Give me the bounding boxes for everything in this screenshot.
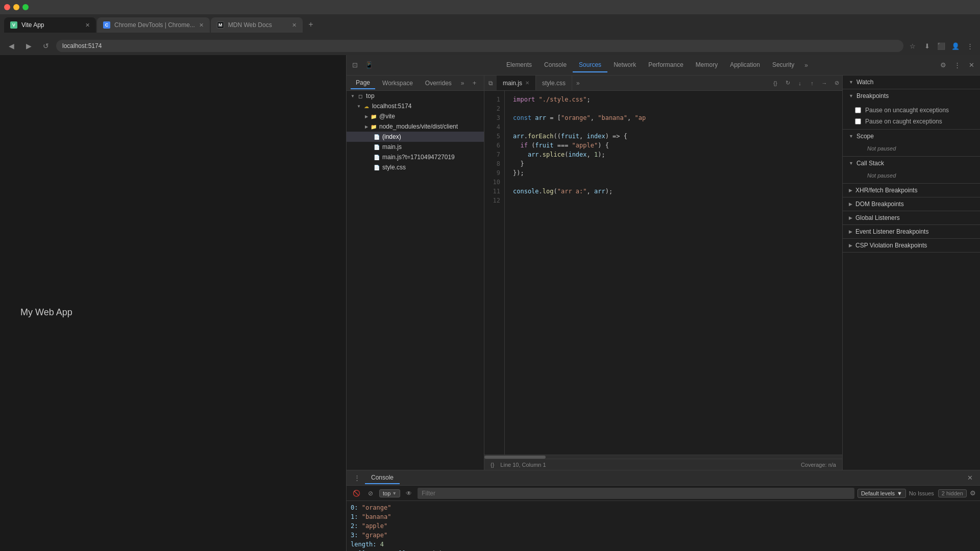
- tab-console[interactable]: Console: [538, 58, 573, 72]
- tree-item-top[interactable]: ◻ top: [347, 91, 484, 101]
- tab-close-mdn[interactable]: ✕: [292, 22, 297, 29]
- code-tab-style-css[interactable]: style.css: [536, 76, 572, 91]
- debugger-call-stack-header[interactable]: Call Stack: [843, 157, 980, 170]
- console-clear-icon[interactable]: 🚫: [351, 488, 362, 499]
- devtools-more-tabs[interactable]: »: [800, 60, 812, 71]
- debugger-watch-header[interactable]: Watch: [843, 76, 980, 89]
- debugger-scope-header[interactable]: Scope: [843, 130, 980, 143]
- tab-memory[interactable]: Memory: [690, 58, 724, 72]
- close-button[interactable]: [4, 4, 10, 10]
- hidden-count-badge[interactable]: 2 hidden: [938, 489, 967, 497]
- inspect-element-icon[interactable]: ⊡: [349, 59, 361, 71]
- debugger-csp-header[interactable]: CSP Violation Breakpoints: [843, 239, 980, 252]
- bookmark-star-icon[interactable]: ☆: [906, 40, 919, 52]
- tree-item-localhost[interactable]: ☁ localhost:5174: [347, 101, 484, 111]
- pause-uncaught-input[interactable]: [855, 107, 861, 113]
- code-line-2: [513, 104, 842, 113]
- tab-page[interactable]: Page: [351, 77, 375, 89]
- sync-icon[interactable]: ↻: [782, 78, 793, 89]
- console-key-length: length:: [351, 541, 380, 548]
- debugger-global-header[interactable]: Global Listeners: [843, 211, 980, 224]
- console-issues: No Issues 2 hidden: [909, 489, 967, 497]
- tree-item-main-js-t[interactable]: 📄 main.js?t=1710494727019: [347, 152, 484, 162]
- maximize-button[interactable]: [22, 4, 29, 10]
- format-icon[interactable]: {}: [770, 78, 781, 89]
- more-options-icon[interactable]: ⋮: [951, 59, 964, 71]
- code-line-8: }: [513, 159, 842, 168]
- new-snippet-icon[interactable]: +: [469, 77, 481, 89]
- debugger-dom-header[interactable]: DOM Breakpoints: [843, 197, 980, 211]
- debugger-call-stack-section: Call Stack Not paused: [843, 157, 980, 184]
- tree-file-icon-style-css: 📄: [373, 164, 380, 171]
- forward-button[interactable]: ▶: [21, 39, 36, 53]
- downloads-icon[interactable]: ⬇: [921, 40, 933, 52]
- curly-braces-icon[interactable]: {}: [491, 462, 494, 468]
- settings-icon[interactable]: ⚙: [937, 59, 949, 71]
- debugger-breakpoints-header[interactable]: Breakpoints: [843, 89, 980, 103]
- pause-caught-checkbox[interactable]: Pause on caught exceptions: [843, 116, 980, 127]
- pause-caught-input[interactable]: [855, 118, 861, 124]
- line-num-1: 1: [484, 95, 504, 104]
- traffic-lights: [4, 4, 29, 10]
- code-tab-main-js[interactable]: main.js ✕: [497, 76, 536, 91]
- step-into-icon[interactable]: ↓: [794, 78, 805, 89]
- device-toolbar-icon[interactable]: 📱: [363, 59, 375, 71]
- split-editor-icon[interactable]: ⧉: [484, 76, 497, 91]
- tree-item-main-js[interactable]: 📄 main.js: [347, 142, 484, 152]
- console-filter-toggle-icon[interactable]: ⊘: [365, 488, 376, 499]
- code-tabs-more[interactable]: »: [572, 78, 584, 89]
- tab-vite-app[interactable]: V Vite App ✕: [4, 17, 96, 33]
- tab-performance[interactable]: Performance: [642, 58, 690, 72]
- close-console-icon[interactable]: ✕: [964, 472, 976, 484]
- close-devtools-icon[interactable]: ✕: [966, 59, 978, 71]
- continue-icon[interactable]: →: [819, 78, 830, 89]
- profile-icon[interactable]: 👤: [949, 40, 962, 52]
- reload-button[interactable]: ↺: [39, 39, 53, 53]
- console-menu-icon[interactable]: ⋮: [351, 472, 363, 484]
- tab-close-vite[interactable]: ✕: [85, 22, 90, 29]
- code-tab-close-main-js[interactable]: ✕: [525, 80, 529, 86]
- console-level-dropdown[interactable]: Default levels ▼: [857, 489, 906, 498]
- debugger-event-listener-header[interactable]: Event Listener Breakpoints: [843, 225, 980, 238]
- tab-sources[interactable]: Sources: [573, 58, 607, 72]
- code-scrollbar[interactable]: [484, 455, 842, 459]
- pause-uncaught-checkbox[interactable]: Pause on uncaught exceptions: [843, 105, 980, 116]
- tab-elements[interactable]: Elements: [500, 58, 538, 72]
- tree-item-index[interactable]: 📄 (index): [347, 132, 484, 142]
- address-bar[interactable]: localhost:5174: [56, 40, 903, 52]
- console-filter-input[interactable]: [418, 488, 854, 499]
- omnibar-row: ◀ ▶ ↺ localhost:5174 ☆ ⬇ ⬛ 👤 ⋮: [0, 37, 980, 55]
- new-tab-button[interactable]: +: [304, 17, 318, 32]
- deactivate-icon[interactable]: ⊘: [831, 78, 842, 89]
- console-settings-icon[interactable]: ⚙: [970, 489, 976, 497]
- console-live-expressions-icon[interactable]: 👁: [403, 488, 414, 499]
- console-context-selector[interactable]: top ▼: [379, 489, 400, 497]
- code-editor[interactable]: 1 2 3 4 5 6 7 8 9 10 11 12 import: [484, 91, 842, 455]
- scope-content: Not paused: [843, 143, 980, 156]
- tab-favicon-devtools: C: [103, 21, 110, 29]
- debugger-xhr-header[interactable]: XHR/fetch Breakpoints: [843, 184, 980, 197]
- tab-overrides[interactable]: Overrides: [420, 78, 457, 89]
- tab-application[interactable]: Application: [724, 58, 766, 72]
- tab-workspace[interactable]: Workspace: [377, 78, 418, 89]
- tab-close-devtools[interactable]: ✕: [199, 22, 204, 29]
- line-num-3: 3: [484, 113, 504, 122]
- tab-network[interactable]: Network: [607, 58, 642, 72]
- menu-icon[interactable]: ⋮: [964, 40, 976, 52]
- secondary-tabs-more[interactable]: »: [459, 78, 467, 89]
- tab-devtools[interactable]: C Chrome DevTools | Chrome... ✕: [97, 17, 210, 33]
- call-stack-label: Call Stack: [856, 160, 884, 167]
- step-out-icon[interactable]: ↑: [806, 78, 818, 89]
- tab-console[interactable]: Console: [365, 472, 400, 484]
- back-button[interactable]: ◀: [4, 39, 18, 53]
- tree-item-vite[interactable]: 📁 @vite: [347, 111, 484, 121]
- tree-item-style-css[interactable]: 📄 style.css: [347, 162, 484, 172]
- tab-mdn[interactable]: M MDN Web Docs ✕: [211, 17, 303, 33]
- tree-item-node-modules[interactable]: 📁 node_modules/vite/dist/client: [347, 121, 484, 132]
- tab-security[interactable]: Security: [766, 58, 800, 72]
- code-scrollbar-thumb[interactable]: [484, 456, 546, 459]
- status-position[interactable]: Line 10, Column 1: [500, 462, 546, 468]
- extensions-icon[interactable]: ⬛: [935, 40, 947, 52]
- minimize-button[interactable]: [13, 4, 19, 10]
- scope-label: Scope: [856, 133, 874, 140]
